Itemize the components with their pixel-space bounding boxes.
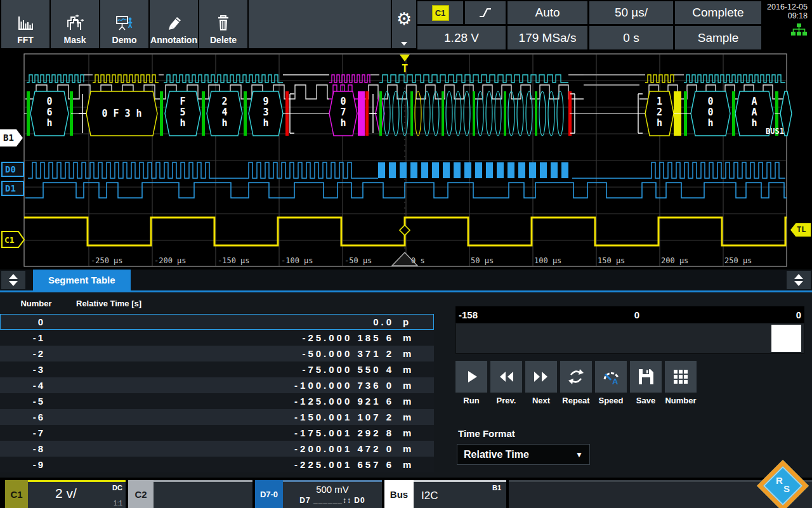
caret-down-icon <box>401 42 407 46</box>
table-row[interactable]: -4-100.000 736 0m <box>0 377 434 393</box>
toolbar-spacer <box>249 0 391 48</box>
timebase-cell[interactable]: 50 µs/ <box>589 1 673 24</box>
speed-button[interactable]: A <box>595 361 627 393</box>
svg-text:0: 0 <box>707 96 713 107</box>
fft-icon <box>16 15 34 31</box>
delete-label: Delete <box>210 35 237 45</box>
datetime-panel: 2016-12-05 09:18 <box>763 0 811 49</box>
mask-label: Mask <box>63 35 86 45</box>
number-button[interactable] <box>665 361 697 393</box>
oscilloscope-screen: FFT Mask Demo <box>0 0 812 508</box>
trigger-mode-cell[interactable]: Auto <box>508 1 587 24</box>
segment-range-strip: -158 0 0 <box>455 306 804 323</box>
c1-scale: 2 v/ <box>28 486 104 501</box>
c1-channel-tab[interactable]: C1 <box>5 480 28 508</box>
segment-number: 0 <box>6 316 45 327</box>
sample-rate-cell[interactable]: 179 MSa/s <box>508 26 587 49</box>
segment-slider[interactable] <box>455 323 804 354</box>
number-grid-icon <box>672 368 690 386</box>
d7-0-channel-tab[interactable]: D7-0 <box>255 480 283 508</box>
time-format-label: Time Format <box>458 428 515 439</box>
svg-text:BUS1: BUS1 <box>766 127 784 136</box>
table-row[interactable]: -2-50.000 371 2m <box>0 346 434 361</box>
segment-time-unit: m <box>403 396 421 407</box>
rewind-icon <box>497 368 515 386</box>
segment-time-unit: m <box>403 412 421 422</box>
segment-time: -25.000 185 6 <box>45 332 394 343</box>
d1-channel-tag[interactable]: D1 <box>1 181 24 196</box>
waveform-plot: 06h0 F 3 hF5h24h93h07h12h00hAAhBUS1T-250… <box>0 49 812 270</box>
svg-text:4: 4 <box>221 107 227 118</box>
table-row[interactable]: -9-225.001 657 6m <box>0 457 434 472</box>
svg-text:50 µs: 50 µs <box>471 256 494 265</box>
segment-number: -6 <box>6 412 45 422</box>
segment-number: -3 <box>6 364 45 375</box>
trigger-slope-cell[interactable] <box>465 1 506 24</box>
slider-handle[interactable] <box>771 325 801 352</box>
c1-probe: 1:1 <box>114 500 122 507</box>
table-row[interactable]: -6-150.001 107 2m <box>0 409 434 425</box>
run-button[interactable] <box>455 361 487 393</box>
svg-text:h: h <box>707 117 713 129</box>
fft-button[interactable]: FFT <box>1 0 49 48</box>
trigger-level-cell[interactable]: 1.28 V <box>417 26 506 49</box>
table-row[interactable]: -7-175.001 292 8m <box>0 425 434 441</box>
annotation-button[interactable]: Annotation <box>150 0 198 48</box>
save-icon <box>637 368 655 386</box>
c1-channel-info[interactable]: 2 v/ DC 1:1 <box>28 480 126 508</box>
svg-text:h: h <box>180 117 185 129</box>
bus-protocol: I2C <box>421 490 438 502</box>
repeat-button[interactable] <box>560 361 592 393</box>
mask-button[interactable]: Mask <box>51 0 99 48</box>
expand-collapse-button-right[interactable] <box>787 271 811 289</box>
d7-scale: 500 mV <box>283 484 382 495</box>
svg-text:150 µs: 150 µs <box>598 256 625 265</box>
fft-label: FFT <box>17 35 34 45</box>
table-row[interactable]: -3-75.000 550 4m <box>0 361 434 377</box>
acquisition-mode-cell[interactable]: Sample <box>675 26 761 49</box>
svg-text:100 µs: 100 µs <box>534 256 561 265</box>
tab-segment-table[interactable]: Segment Table <box>33 270 131 290</box>
svg-text:200 µs: 200 µs <box>661 256 688 265</box>
d7-0-channel-info[interactable]: 500 mV D7 ______↕↕ D0 <box>283 480 382 508</box>
player-controls: Run Prev. Next <box>455 361 697 405</box>
c1-channel-tag[interactable]: C1 <box>1 231 25 249</box>
acquisition-status-cell[interactable]: Complete <box>675 1 761 24</box>
bus-tab[interactable]: Bus <box>384 480 414 508</box>
segment-time-unit: m <box>403 443 421 454</box>
svg-text:h: h <box>221 117 227 129</box>
status-grid: C1 Auto 50 µs/ Complete 1.28 V 179 MSa/s… <box>417 1 761 49</box>
table-header: Number Relative Time [s] <box>0 292 434 314</box>
table-row[interactable]: 00.0p <box>0 314 434 330</box>
settings-button[interactable]: ⚙ <box>392 0 416 48</box>
d0-channel-tag[interactable]: D0 <box>1 162 24 177</box>
waveform-area: 06h0 F 3 hF5h24h93h07h12h00hAAhBUS1T-250… <box>0 49 812 270</box>
svg-text:2: 2 <box>221 96 227 107</box>
segment-time: 0.0 <box>45 316 394 327</box>
segment-time: -200.001 472 0 <box>45 443 394 454</box>
delete-button[interactable]: Delete <box>199 0 247 48</box>
speed-gauge-icon: A <box>602 368 620 386</box>
bus-id: B1 <box>492 484 501 492</box>
prev-button[interactable] <box>490 361 522 393</box>
demo-button[interactable]: Demo <box>100 0 148 48</box>
svg-text:F: F <box>180 96 185 107</box>
c2-channel-info[interactable] <box>154 480 252 508</box>
table-row[interactable]: -5-125.000 921 6m <box>0 393 434 409</box>
save-button[interactable] <box>630 361 662 393</box>
horizontal-position-cell[interactable]: 0 s <box>589 26 673 49</box>
c2-channel-tab[interactable]: C2 <box>128 480 154 508</box>
svg-text:0: 0 <box>46 96 52 107</box>
table-row[interactable]: -1-25.000 185 6m <box>0 330 434 346</box>
c1-coupling: DC <box>112 484 122 492</box>
gear-icon: ⚙ <box>396 10 412 27</box>
next-button[interactable] <box>525 361 557 393</box>
segment-time: -100.000 736 0 <box>45 380 394 391</box>
trigger-source-cell[interactable]: C1 <box>417 1 463 24</box>
segment-time-unit: m <box>403 364 421 375</box>
segment-number: -1 <box>6 332 45 343</box>
expand-collapse-button-left[interactable] <box>1 271 25 289</box>
bus-info[interactable]: I2C B1 <box>414 480 506 508</box>
time-format-select[interactable]: Relative Time ▼ <box>457 444 590 465</box>
table-row[interactable]: -8-200.001 472 0m <box>0 441 434 457</box>
